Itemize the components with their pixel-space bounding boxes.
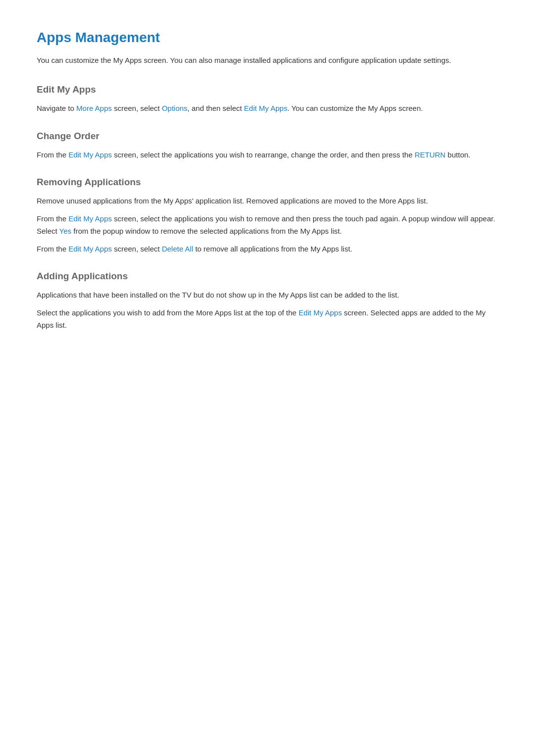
section-body-adding-applications: Applications that have been installed on… (37, 289, 498, 332)
paragraph-removing-applications-2: From the Edit My Apps screen, select Del… (37, 243, 498, 255)
link-edit-my-apps[interactable]: Edit My Apps (68, 245, 112, 253)
link-delete-all[interactable]: Delete All (162, 245, 193, 253)
link-options[interactable]: Options (162, 104, 188, 112)
section-title-change-order: Change Order (37, 131, 498, 142)
link-edit-my-apps[interactable]: Edit My Apps (68, 151, 112, 159)
link-more-apps[interactable]: More Apps (76, 104, 112, 112)
section-title-adding-applications: Adding Applications (37, 271, 498, 282)
paragraph-removing-applications-0: Remove unused applications from the My A… (37, 195, 498, 207)
section-title-removing-applications: Removing Applications (37, 177, 498, 188)
section-body-edit-my-apps: Navigate to More Apps screen, select Opt… (37, 102, 498, 115)
paragraph-adding-applications-1: Select the applications you wish to add … (37, 306, 498, 332)
link-return[interactable]: RETURN (415, 151, 446, 159)
paragraph-adding-applications-0: Applications that have been installed on… (37, 289, 498, 302)
link-edit-my-apps[interactable]: Edit My Apps (244, 104, 288, 112)
section-title-edit-my-apps: Edit My Apps (37, 84, 498, 95)
paragraph-edit-my-apps-0: Navigate to More Apps screen, select Opt… (37, 102, 498, 115)
section-body-removing-applications: Remove unused applications from the My A… (37, 195, 498, 255)
sections-container: Edit My AppsNavigate to More Apps screen… (37, 84, 498, 332)
section-adding-applications: Adding ApplicationsApplications that hav… (37, 271, 498, 332)
section-edit-my-apps: Edit My AppsNavigate to More Apps screen… (37, 84, 498, 115)
page-title: Apps Management (37, 30, 498, 46)
link-yes[interactable]: Yes (59, 227, 71, 235)
section-body-change-order: From the Edit My Apps screen, select the… (37, 149, 498, 161)
link-edit-my-apps[interactable]: Edit My Apps (68, 214, 112, 223)
intro-text: You can customize the My Apps screen. Yo… (37, 54, 498, 66)
paragraph-removing-applications-1: From the Edit My Apps screen, select the… (37, 212, 498, 238)
link-edit-my-apps[interactable]: Edit My Apps (299, 308, 342, 317)
paragraph-change-order-0: From the Edit My Apps screen, select the… (37, 149, 498, 161)
section-change-order: Change OrderFrom the Edit My Apps screen… (37, 131, 498, 161)
section-removing-applications: Removing ApplicationsRemove unused appli… (37, 177, 498, 255)
